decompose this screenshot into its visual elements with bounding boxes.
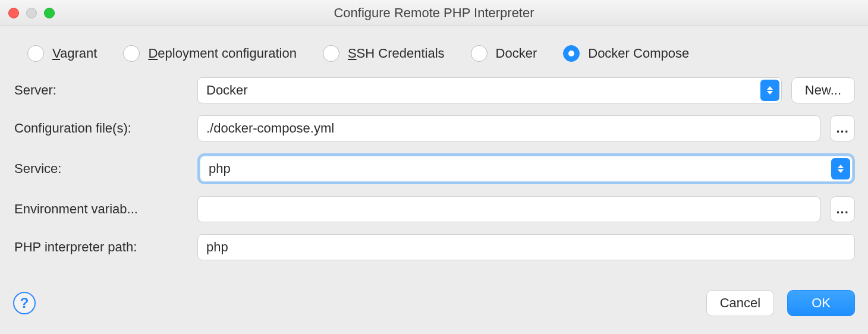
browse-env-vars-button[interactable]: ... — [830, 196, 855, 222]
radio-label: Vagrant — [52, 46, 97, 61]
dialog-footer: ? Cancel OK — [0, 266, 868, 326]
server-select[interactable]: Docker — [197, 77, 782, 103]
updown-icon — [760, 80, 779, 101]
config-files-value: ./docker-compose.yml — [206, 121, 334, 136]
new-server-button[interactable]: New... — [791, 77, 855, 103]
radio-icon — [563, 45, 580, 62]
ok-button[interactable]: OK — [787, 290, 855, 316]
radio-deployment-configuration[interactable]: Deployment configuration — [123, 45, 296, 62]
radio-label: Deployment configuration — [148, 46, 296, 61]
radio-label: Docker — [496, 46, 537, 61]
label-env-vars: Environment variab... — [13, 201, 189, 217]
window-title: Configure Remote PHP Interpreter — [0, 5, 868, 21]
radio-label: Docker Compose — [588, 46, 689, 61]
radio-label: SSH Credentials — [348, 46, 445, 61]
php-path-value: php — [206, 240, 228, 255]
radio-icon — [27, 45, 44, 62]
server-select-value: Docker — [206, 83, 248, 98]
title-bar: Configure Remote PHP Interpreter — [0, 0, 868, 26]
interpreter-type-radios: Vagrant Deployment configuration SSH Cre… — [13, 37, 855, 77]
radio-ssh-credentials[interactable]: SSH Credentials — [323, 45, 445, 62]
radio-icon — [323, 45, 339, 62]
env-vars-input[interactable] — [197, 196, 820, 222]
service-select[interactable]: php — [200, 156, 853, 182]
label-config-files: Configuration file(s): — [13, 121, 189, 136]
dialog-content: Vagrant Deployment configuration SSH Cre… — [0, 26, 868, 266]
config-files-input[interactable]: ./docker-compose.yml — [197, 115, 820, 141]
browse-config-files-button[interactable]: ... — [830, 115, 855, 141]
label-server: Server: — [13, 83, 189, 98]
radio-icon — [123, 45, 140, 62]
php-path-input[interactable]: php — [197, 234, 855, 260]
radio-icon — [471, 45, 488, 62]
label-service: Service: — [13, 161, 189, 177]
label-php-path: PHP interpreter path: — [13, 240, 189, 255]
cancel-button[interactable]: Cancel — [706, 290, 774, 316]
updown-icon — [831, 158, 850, 179]
radio-docker[interactable]: Docker — [471, 45, 537, 62]
radio-docker-compose[interactable]: Docker Compose — [563, 45, 689, 62]
service-select-value: php — [209, 161, 231, 177]
radio-vagrant[interactable]: Vagrant — [27, 45, 97, 62]
form-grid: Server: Docker New... Configuration file… — [13, 77, 855, 260]
help-button[interactable]: ? — [13, 292, 36, 314]
